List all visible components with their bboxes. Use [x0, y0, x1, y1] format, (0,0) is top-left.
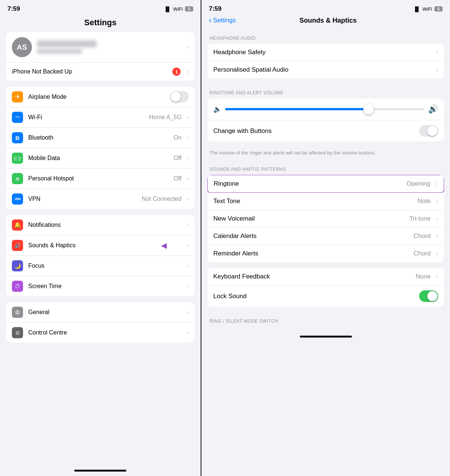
volume-slider-row: 🔈 🔊	[207, 98, 444, 120]
signal-icon: ▐▌	[164, 6, 171, 12]
settings-row-ringtone[interactable]: Ringtone Opening ›	[208, 175, 444, 192]
backup-row[interactable]: iPhone Not Backed Up 1 ›	[6, 63, 195, 81]
calendar-alerts-label: Calendar Alerts	[213, 232, 414, 240]
controlcentre-icon: ⊟	[12, 327, 23, 338]
settings-row-wifi[interactable]: 〜 Wi-Fi Home A_5G ›	[6, 107, 195, 128]
calendar-alerts-chevron-icon: ›	[436, 232, 438, 240]
volume-low-icon: 🔈	[213, 105, 221, 113]
settings-row-bluetooth[interactable]: B Bluetooth On ›	[6, 128, 195, 148]
keyboard-feedback-label: Keyboard Feedback	[213, 273, 416, 280]
settings-row-notifications[interactable]: 🔔 Notifications ›	[6, 215, 195, 235]
wifi-icon: WiFi	[173, 6, 183, 12]
hotspot-label: Personal Hotspot	[28, 175, 174, 182]
avatar: AS	[12, 37, 32, 57]
settings-row-new-voicemail[interactable]: New Voicemail Tri-tone ›	[207, 210, 444, 228]
account-section: AS › iPhone Not Backed Up 1 ›	[6, 32, 195, 81]
settings-row-reminder-alerts[interactable]: Reminder Alerts Chord ›	[207, 245, 444, 262]
screentime-icon: ⏱	[12, 281, 23, 292]
volume-slider-thumb[interactable]	[363, 104, 374, 114]
mobile-value: Off	[174, 155, 181, 162]
spatial-audio-label: Personalised Spatial Audio	[213, 66, 433, 74]
backup-text: iPhone Not Backed Up	[12, 68, 172, 75]
right-home-indicator	[300, 336, 352, 338]
account-info	[37, 40, 184, 54]
feedback-group: Keyboard Feedback None › Lock Sound	[207, 268, 444, 307]
right-status-time: 7:59	[209, 5, 221, 13]
sounds-haptics-group: Ringtone Opening › Text Tone Note › New …	[207, 175, 444, 262]
sounds-haptics-header: SOUNDS AND HAPTIC PATTERNS	[207, 161, 444, 175]
battery-badge: 5	[185, 6, 193, 12]
change-with-buttons-toggle[interactable]	[419, 125, 438, 137]
volume-slider-track[interactable]	[225, 108, 424, 110]
settings-row-general[interactable]: ⚙ General ›	[6, 302, 195, 323]
headphone-audio-group: Headphone Safety › Personalised Spatial …	[207, 44, 444, 78]
focus-chevron-icon: ›	[187, 262, 189, 270]
ringtone-value: Opening	[407, 180, 430, 188]
settings-group-personalization: 🔔 Notifications › 🔊 Sounds & Haptics ◄ ›…	[6, 215, 195, 296]
vpn-value: Not Connected	[142, 196, 182, 202]
right-page-title: Sounds & Haptics	[300, 17, 357, 25]
account-sub-blur	[37, 49, 82, 54]
settings-row-spatial-audio[interactable]: Personalised Spatial Audio ›	[207, 61, 444, 78]
general-chevron-icon: ›	[187, 309, 189, 316]
calendar-alerts-value: Chord	[414, 232, 431, 240]
new-voicemail-label: New Voicemail	[213, 215, 409, 222]
wifi-icon: 〜	[12, 112, 23, 123]
right-panel: 7:59 ▐▌ WiFi 5 ‹ Settings Sounds & Hapti…	[201, 0, 450, 476]
settings-row-focus[interactable]: 🌙 Focus ›	[6, 256, 195, 276]
text-tone-chevron-icon: ›	[436, 198, 438, 205]
reminder-alerts-label: Reminder Alerts	[213, 250, 414, 257]
settings-row-keyboard-feedback[interactable]: Keyboard Feedback None ›	[207, 268, 444, 286]
wifi-value: Home A_5G	[149, 114, 181, 121]
account-row[interactable]: AS ›	[6, 32, 195, 63]
settings-row-lock-sound[interactable]: Lock Sound	[207, 286, 444, 307]
spatial-audio-chevron-icon: ›	[436, 66, 438, 74]
wifi-label: Wi-Fi	[28, 114, 149, 121]
settings-group-network: ✈ Airplane Mode 〜 Wi-Fi Home A_5G › B Bl…	[6, 87, 195, 209]
airplane-label: Airplane Mode	[28, 94, 170, 100]
ringtone-volume-group: 🔈 🔊 Change with Buttons	[207, 98, 444, 141]
reminder-alerts-chevron-icon: ›	[436, 250, 438, 257]
change-with-buttons-helper: The volume of the ringer and alerts will…	[207, 147, 444, 161]
settings-row-hotspot[interactable]: ⊕ Personal Hotspot Off ›	[6, 169, 195, 189]
wifi-chevron-icon: ›	[187, 114, 189, 121]
change-with-buttons-label: Change with Buttons	[213, 127, 419, 135]
screentime-label: Screen Time	[28, 283, 184, 290]
settings-row-screentime[interactable]: ⏱ Screen Time ›	[6, 276, 195, 296]
bluetooth-icon: B	[12, 132, 23, 143]
settings-row-vpn[interactable]: VPN VPN Not Connected ›	[6, 189, 195, 209]
backup-chevron-icon: ›	[187, 68, 189, 75]
sounds-chevron-icon: ›	[187, 242, 189, 249]
airplane-toggle[interactable]	[170, 91, 189, 102]
settings-row-calendar-alerts[interactable]: Calendar Alerts Chord ›	[207, 228, 444, 245]
account-chevron-icon: ›	[187, 43, 189, 51]
airplane-icon: ✈	[12, 91, 23, 102]
settings-row-controlcentre[interactable]: ⊟ Control Centre ›	[6, 323, 195, 343]
right-wifi-icon: WiFi	[423, 6, 432, 12]
left-page-title: Settings	[0, 16, 201, 32]
back-button[interactable]: ‹ Settings	[209, 16, 236, 25]
account-name-blur	[37, 40, 97, 47]
text-tone-value: Note	[417, 198, 431, 205]
lock-sound-label: Lock Sound	[213, 293, 419, 300]
focus-icon: 🌙	[12, 260, 23, 271]
left-panel: 7:59 ▐▌ WiFi 5 Settings AS › iPhone Not …	[0, 0, 201, 476]
settings-row-sounds[interactable]: 🔊 Sounds & Haptics ◄ ›	[6, 235, 195, 256]
notifications-label: Notifications	[28, 222, 184, 228]
general-icon: ⚙	[12, 307, 23, 318]
settings-row-mobile[interactable]: ((·)) Mobile Data Off ›	[6, 148, 195, 169]
settings-row-airplane[interactable]: ✈ Airplane Mode	[6, 87, 195, 107]
lock-sound-toggle[interactable]	[419, 290, 438, 302]
settings-row-change-with-buttons[interactable]: Change with Buttons	[207, 120, 444, 141]
ring-silent-header: RING / SILENT MODE SWITCH	[207, 313, 444, 327]
screentime-chevron-icon: ›	[187, 283, 189, 290]
ringtone-label: Ringtone	[214, 180, 407, 188]
hotspot-icon: ⊕	[12, 173, 23, 184]
left-status-icons: ▐▌ WiFi 5	[164, 6, 193, 12]
settings-row-headphone-safety[interactable]: Headphone Safety ›	[207, 44, 444, 61]
settings-row-text-tone[interactable]: Text Tone Note ›	[207, 193, 444, 210]
mobile-data-icon: ((·))	[12, 153, 23, 164]
headphone-safety-chevron-icon: ›	[436, 49, 438, 56]
left-home-area	[0, 349, 201, 476]
volume-high-icon: 🔊	[428, 104, 438, 114]
